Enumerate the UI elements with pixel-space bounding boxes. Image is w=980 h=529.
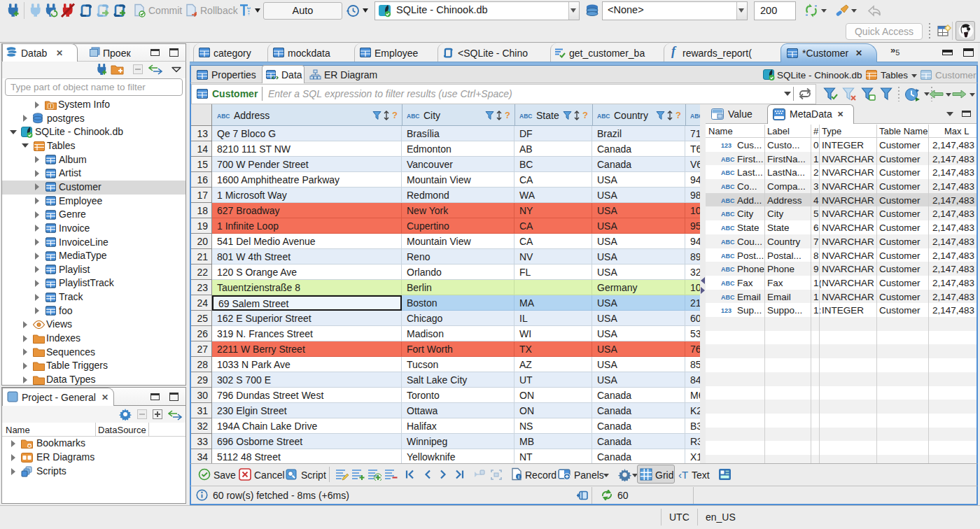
svg-text:i: i <box>518 474 519 479</box>
svg-text:i: i <box>50 103 51 109</box>
